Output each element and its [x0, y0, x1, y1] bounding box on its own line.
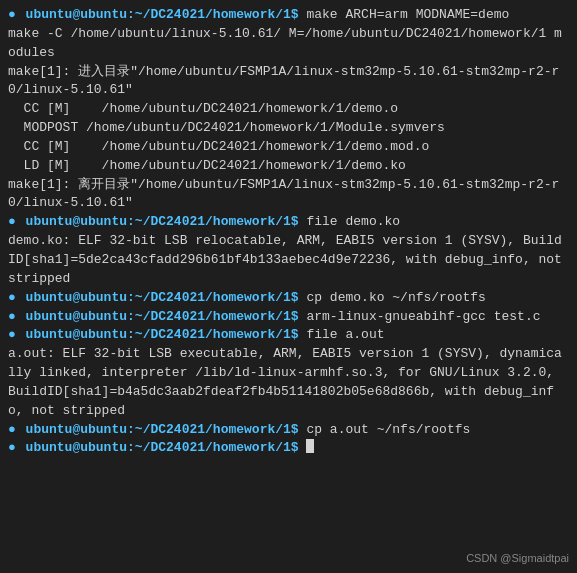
prompt-text: ubuntu@ubuntu:~/DC24021/homework/1$	[26, 439, 299, 458]
output-text: CC [M] /home/ubuntu/DC24021/homework/1/d…	[8, 138, 429, 157]
terminal-line: MODPOST /home/ubuntu/DC24021/homework/1/…	[8, 119, 569, 138]
terminal-line: a.out: ELF 32-bit LSB executable, ARM, E…	[8, 345, 569, 420]
output-text: a.out: ELF 32-bit LSB executable, ARM, E…	[8, 345, 569, 420]
command-text: arm-linux-gnueabihf-gcc test.c	[299, 308, 541, 327]
terminal-line: ● ubuntu@ubuntu:~/DC24021/homework/1$ fi…	[8, 326, 569, 345]
terminal-line: ● ubuntu@ubuntu:~/DC24021/homework/1$ fi…	[8, 213, 569, 232]
prompt-text: ubuntu@ubuntu:~/DC24021/homework/1$	[26, 326, 299, 345]
terminal-line: ● ubuntu@ubuntu:~/DC24021/homework/1$ cp…	[8, 289, 569, 308]
prompt-text: ubuntu@ubuntu:~/DC24021/homework/1$	[26, 213, 299, 232]
prompt-text: ubuntu@ubuntu:~/DC24021/homework/1$	[26, 6, 299, 25]
output-text: make[1]: 进入目录"/home/ubuntu/FSMP1A/linux-…	[8, 63, 569, 101]
prompt-text: ubuntu@ubuntu:~/DC24021/homework/1$	[26, 421, 299, 440]
terminal-line: ● ubuntu@ubuntu:~/DC24021/homework/1$	[8, 439, 569, 458]
prompt-text: ubuntu@ubuntu:~/DC24021/homework/1$	[26, 289, 299, 308]
prompt-text: ubuntu@ubuntu:~/DC24021/homework/1$	[26, 308, 299, 327]
terminal-line: ● ubuntu@ubuntu:~/DC24021/homework/1$ ma…	[8, 6, 569, 25]
prompt-dot: ●	[8, 308, 24, 327]
output-text: LD [M] /home/ubuntu/DC24021/homework/1/d…	[8, 157, 406, 176]
terminal-line: demo.ko: ELF 32-bit LSB relocatable, ARM…	[8, 232, 569, 289]
output-text: make[1]: 离开目录"/home/ubuntu/FSMP1A/linux-…	[8, 176, 569, 214]
command-text: file a.out	[299, 326, 385, 345]
command-text: file demo.ko	[299, 213, 400, 232]
terminal-window: ● ubuntu@ubuntu:~/DC24021/homework/1$ ma…	[0, 0, 577, 573]
prompt-dot: ●	[8, 421, 24, 440]
terminal-line: ● ubuntu@ubuntu:~/DC24021/homework/1$ cp…	[8, 421, 569, 440]
command-text: cp demo.ko ~/nfs/rootfs	[299, 289, 486, 308]
cursor	[306, 439, 314, 453]
terminal-line: CC [M] /home/ubuntu/DC24021/homework/1/d…	[8, 138, 569, 157]
terminal-line: CC [M] /home/ubuntu/DC24021/homework/1/d…	[8, 100, 569, 119]
prompt-dot: ●	[8, 289, 24, 308]
watermark: CSDN @Sigmaidtpai	[466, 551, 569, 567]
terminal-line: make[1]: 进入目录"/home/ubuntu/FSMP1A/linux-…	[8, 63, 569, 101]
terminal-line: ● ubuntu@ubuntu:~/DC24021/homework/1$ ar…	[8, 308, 569, 327]
terminal-line: make -C /home/ubuntu/linux-5.10.61/ M=/h…	[8, 25, 569, 63]
output-text: MODPOST /home/ubuntu/DC24021/homework/1/…	[8, 119, 445, 138]
output-text: CC [M] /home/ubuntu/DC24021/homework/1/d…	[8, 100, 398, 119]
prompt-dot: ●	[8, 6, 24, 25]
prompt-dot: ●	[8, 439, 24, 458]
output-text: demo.ko: ELF 32-bit LSB relocatable, ARM…	[8, 232, 569, 289]
prompt-dot: ●	[8, 213, 24, 232]
command-text	[299, 439, 307, 458]
command-text: cp a.out ~/nfs/rootfs	[299, 421, 471, 440]
prompt-dot: ●	[8, 326, 24, 345]
output-text: make -C /home/ubuntu/linux-5.10.61/ M=/h…	[8, 25, 569, 63]
command-text: make ARCH=arm MODNAME=demo	[299, 6, 510, 25]
terminal-content: ● ubuntu@ubuntu:~/DC24021/homework/1$ ma…	[8, 6, 569, 458]
terminal-line: make[1]: 离开目录"/home/ubuntu/FSMP1A/linux-…	[8, 176, 569, 214]
terminal-line: LD [M] /home/ubuntu/DC24021/homework/1/d…	[8, 157, 569, 176]
